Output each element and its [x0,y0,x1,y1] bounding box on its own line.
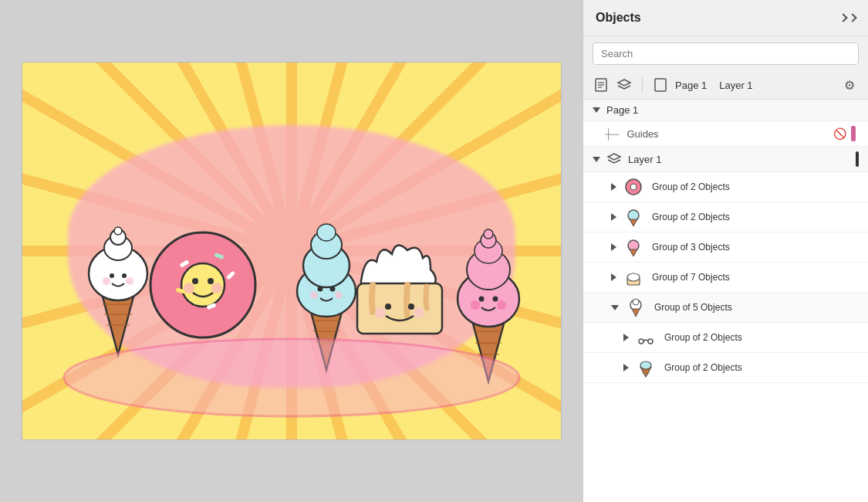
cone-thumb-icon [636,358,656,378]
layers-icon-svg [616,77,632,93]
gear-button[interactable]: ⚙ [840,76,859,94]
objects-panel: Objects [583,0,868,502]
toolbar-row: Page 1 Layer 1 ⚙ [583,71,868,100]
svg-point-73 [648,339,653,344]
guides-row[interactable]: ┼─ Guides 🚫 [583,121,868,147]
obj-thumbnail [625,297,647,318]
svg-point-37 [408,304,414,310]
svg-point-31 [317,287,323,292]
svg-point-34 [335,291,343,299]
layers-tree: Page 1 ┼─ Guides 🚫 Layer 1 [583,100,868,502]
obj-thumbnail [623,266,644,288]
svg-point-62 [630,184,637,190]
svg-point-39 [414,307,424,318]
svg-point-50 [492,297,498,302]
svg-marker-70 [632,309,640,317]
icecream2-thumb-icon [623,237,643,257]
guides-stripe [851,126,856,141]
no-print-icon: 🚫 [833,127,846,140]
layer1-expand-icon [593,157,600,162]
expand-panel-button[interactable] [840,15,856,21]
svg-point-10 [103,277,110,285]
svg-point-77 [640,361,651,369]
obj-expand-icon [611,243,616,251]
layers-icon[interactable] [616,76,633,93]
table-row[interactable]: Group of 2 Objects [583,323,868,353]
layer1-stripe [856,151,859,167]
svg-point-38 [375,307,386,318]
page-icon[interactable] [593,76,610,93]
page-label: Page 1 [675,80,707,91]
obj-thumbnail [623,236,644,258]
svg-marker-66 [630,249,637,256]
table-row[interactable]: Group of 5 Objects [583,293,868,323]
expand-arrow2-icon [848,13,856,22]
obj-label: Group of 5 Objects [654,302,732,313]
svg-point-8 [110,273,114,278]
svg-point-11 [126,277,133,285]
svg-point-72 [639,339,643,344]
table-row[interactable]: Group of 3 Objects [583,232,868,263]
svg-point-19 [192,278,198,284]
cake-thumb-icon [623,267,643,287]
page1-expand-icon [593,107,600,113]
smile-thumb-icon [636,327,656,348]
icecream3-thumb-icon [626,297,646,317]
search-bar [583,36,868,71]
layer1-label: Layer 1 [628,154,661,165]
svg-point-33 [310,291,318,299]
svg-marker-64 [630,219,637,226]
layer-label: Layer 1 [719,80,752,91]
svg-marker-58 [618,80,630,86]
table-row[interactable]: Group of 7 Objects [583,263,868,293]
obj-label: Group of 2 Objects [652,212,730,222]
obj-label: Group of 3 Objects [652,242,730,253]
obj-label: Group of 2 Objects [664,332,742,343]
donut-thumb-icon [623,177,643,197]
obj-expand-icon [611,273,616,281]
search-input[interactable] [593,42,859,65]
icecream-thumb-icon [623,207,643,227]
obj-label: Group of 7 Objects [652,272,730,283]
svg-marker-60 [608,154,620,160]
obj-thumbnail [623,176,644,198]
obj-expand-icon [611,305,619,310]
obj-thumbnail [635,327,657,348]
svg-point-20 [208,278,214,284]
svg-point-52 [497,300,506,310]
page1-label: Page 1 [606,104,638,116]
obj-label: Group of 2 Objects [664,362,742,373]
expand-arrow-icon [839,13,847,22]
svg-point-51 [471,300,480,310]
gear-icon: ⚙ [844,78,855,93]
page-icon-svg [593,77,609,93]
obj-expand-icon [611,213,616,221]
svg-point-53 [64,339,519,416]
layers-stack-icon [606,152,622,166]
panel-header: Objects [583,0,868,36]
svg-point-71 [633,299,639,305]
svg-point-48 [484,229,493,239]
svg-point-49 [478,297,484,302]
obj-expand-icon [623,364,629,371]
obj-thumbnail [623,206,644,228]
svg-rect-59 [655,79,666,91]
guides-actions: 🚫 [833,126,856,141]
obj-thumbnail [635,357,657,378]
obj-label: Group of 2 Objects [652,181,730,192]
table-row[interactable]: Group of 2 Objects [583,353,868,383]
guides-icon: ┼─ [605,128,619,140]
document-icon[interactable] [652,76,669,93]
panel-title: Objects [596,11,641,25]
svg-point-22 [211,283,222,293]
document-icon-svg [654,77,667,93]
page1-row[interactable]: Page 1 [583,100,868,121]
svg-point-36 [385,304,391,310]
table-row[interactable]: Group of 2 Objects [583,202,868,232]
layer1-row[interactable]: Layer 1 [583,147,868,172]
table-row[interactable]: Group of 2 Objects [583,172,868,202]
svg-point-7 [114,227,122,235]
svg-point-68 [627,273,640,281]
svg-point-32 [329,287,335,292]
obj-expand-icon [611,183,616,191]
